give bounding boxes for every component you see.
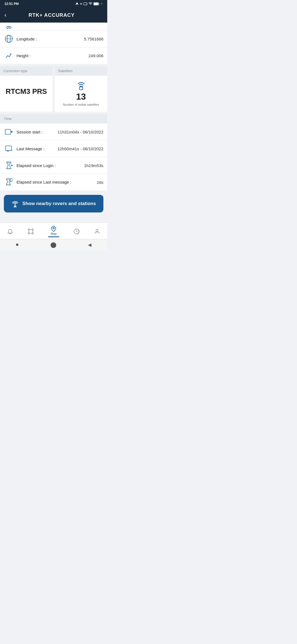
svg-rect-14 (6, 146, 12, 151)
svg-rect-1 (84, 3, 87, 5)
partial-icon (4, 25, 14, 30)
session-start-label: Session start : (16, 130, 57, 134)
svg-point-28 (28, 233, 30, 234)
nav-bell[interactable] (5, 228, 16, 235)
svg-rect-6 (94, 3, 98, 5)
satellite-header: Satellites (55, 66, 107, 76)
nav-map-label: Map (51, 232, 56, 235)
svg-point-36 (96, 229, 98, 231)
height-label: Height : (16, 53, 89, 58)
nav-user[interactable] (92, 228, 103, 235)
nodes-icon (28, 228, 34, 235)
tower-icon (11, 200, 19, 208)
elapsed-last-row: Elapsed since Last message : 16s (0, 174, 107, 190)
elapsed-last-label: Elapsed since Last message : (16, 179, 97, 185)
satellite-signal-icon (75, 80, 88, 91)
svg-rect-11 (79, 87, 83, 90)
bluetooth-icon (80, 2, 82, 6)
stop-button[interactable]: ■ (16, 242, 19, 247)
elapsed-login-label: Elapsed since Login : (16, 163, 84, 168)
show-nearby-label: Show nearby rovers and stations (22, 201, 96, 206)
app-header: ‹ RTK+ ACCURACY (0, 8, 107, 23)
longitude-label: Longitude : (16, 37, 84, 41)
last-message-row: Last Message : 12h50m41s - 06/10/2022 (0, 140, 107, 157)
height-icon (4, 52, 14, 59)
session-start-value: 11h31m04s - 06/10/2022 (57, 130, 103, 134)
clock-icon (73, 228, 80, 235)
bottom-nav: Map (0, 222, 107, 239)
back-system-button[interactable]: ◀ (88, 242, 91, 247)
satellite-body: 13 Number of visible satellites (55, 76, 107, 112)
bell-icon (7, 228, 13, 235)
last-message-label: Last Message : (16, 146, 57, 151)
correction-header: Correction type (0, 66, 53, 76)
session-start-row: Session start : 11h31m04s - 06/10/2022 (0, 124, 107, 140)
session-start-icon (4, 128, 14, 136)
nav-nodes[interactable] (25, 228, 36, 235)
nav-active-indicator (48, 236, 59, 237)
map-icon (50, 225, 57, 232)
longitude-icon (4, 35, 14, 43)
status-icons (75, 2, 103, 6)
wifi-icon (89, 2, 92, 6)
back-button[interactable]: ‹ (4, 12, 6, 19)
height-value: 249.006 (89, 53, 103, 58)
svg-rect-12 (5, 129, 11, 134)
last-message-value: 12h50m41s - 06/10/2022 (57, 146, 103, 151)
show-nearby-button[interactable]: Show nearby rovers and stations (4, 195, 103, 212)
elapsed-login-row: Elapsed since Login : 1h19m53s (0, 157, 107, 174)
two-col-section: Correction type RTCM3 PRS Satellites 13 … (0, 66, 107, 112)
elapsed-last-value: 16s (97, 180, 103, 185)
main-content: Longitude : 5.7561666 Height : 249.006 C… (0, 23, 107, 222)
height-row: Height : 249.006 (0, 47, 107, 64)
longitude-row: Longitude : 5.7561666 (0, 31, 107, 47)
nav-clock[interactable] (71, 228, 82, 235)
svg-point-25 (15, 203, 16, 204)
nav-map[interactable]: Map (46, 225, 61, 238)
elapsed-login-value: 1h19m53s (84, 163, 103, 168)
battery-sim-icon (84, 2, 87, 5)
time-section-header: Time (0, 114, 107, 124)
longitude-value: 5.7561666 (84, 37, 103, 41)
svg-point-29 (32, 233, 34, 234)
last-message-icon (4, 145, 14, 152)
battery-icon (94, 2, 100, 6)
satellite-card: Satellites 13 Number of visible satellit… (55, 66, 107, 112)
correction-card: Correction type RTCM3 PRS (0, 66, 53, 112)
svg-point-26 (28, 229, 30, 230)
page-title: RTK+ ACCURACY (10, 12, 94, 18)
svg-point-27 (32, 229, 34, 230)
system-bar: ■ ⬤ ◀ (0, 239, 107, 250)
status-time: 12:51 PM (4, 2, 19, 6)
elapsed-login-icon (4, 162, 14, 169)
location-card: Longitude : 5.7561666 Height : 249.006 (0, 23, 107, 64)
correction-value: RTCM3 PRS (6, 87, 47, 96)
svg-point-34 (53, 227, 54, 229)
satellite-count: 13 (76, 92, 86, 102)
status-bar: 12:51 PM (0, 0, 107, 8)
location-arrow-icon (75, 2, 79, 6)
svg-marker-0 (75, 2, 79, 5)
svg-rect-5 (99, 3, 99, 5)
time-section: Time Session start : 11h31m04s - 06/10/2… (0, 114, 107, 190)
svg-marker-7 (101, 2, 102, 6)
charging-icon (101, 2, 103, 6)
correction-body: RTCM3 PRS (0, 76, 53, 106)
satellite-label: Number of visible satellites (63, 103, 99, 106)
user-icon (94, 228, 100, 235)
home-button[interactable]: ⬤ (50, 241, 56, 248)
elapsed-last-icon (4, 178, 14, 186)
